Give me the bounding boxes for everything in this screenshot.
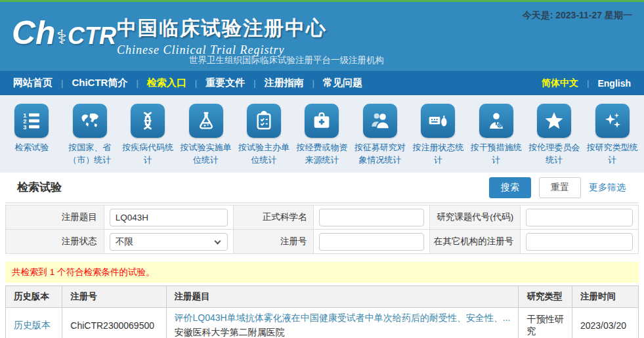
quicklink-label: 按干预措施统计 [467,142,525,167]
quicklink-by-recruitment-status[interactable]: 按征募研究对象情况统计 [351,95,409,173]
col-reg-date: 注册时间 [572,286,638,308]
reg-title-input[interactable] [110,209,228,226]
nav-divider [312,78,314,88]
sponsor-name: 安徽医科大学第二附属医院 [175,327,511,338]
quicklink-label: 按研究类型统计 [584,142,641,167]
site-header: Ch⚕CTR 中国临床试验注册中心 Chinese Clinical Trial… [0,2,644,71]
dna-icon [131,104,165,138]
nav-divider [61,78,63,88]
search-form: 注册题目 正式科学名 研究课题代号(代码) 注册状态 不限 注册号 在其它机构的… [5,205,639,254]
reg-title-label: 注册题目 [6,205,104,230]
quicklink-label: 按国家、省（市）统计 [60,142,118,167]
quicklink-label: 按经费或物资来源统计 [293,142,351,167]
current-date: 今天是: 2023-11-27 星期一 [523,10,632,22]
nav-divider [587,78,589,88]
svg-text:3: 3 [24,124,27,131]
study-code-label: 研究课题代号(代码) [430,205,521,230]
history-version-link[interactable]: 历史版本 [14,320,51,330]
quicklink-label: 按试验实施单位统计 [177,142,234,167]
doctor-icon [479,104,513,138]
world-map-icon [73,104,107,138]
quicklink-by-registration-status[interactable]: 按注册状态统计 [409,95,467,173]
numbered-list-icon: 123 [14,104,49,138]
quicklink-by-study-type[interactable]: 按研究类型统计 [584,95,641,173]
results-header-row: 历史版本 注册号 注册题目 研究类型 注册时间 [6,286,639,308]
nav-divider [195,78,197,88]
registration-number: ChiCTR2300069500 [62,308,166,338]
medical-bag-icon [305,104,339,138]
quicklink-label: 按注册状态统计 [409,142,467,167]
quicklink-label: 按试验主办单位统计 [235,142,293,167]
quicklink-by-intervention[interactable]: 按干预措施统计 [467,95,525,173]
search-button[interactable]: 搜索 [489,177,531,198]
quicklink-search-trials[interactable]: 123 检索试验 [3,95,60,173]
results-table: 历史版本 注册号 注册题目 研究类型 注册时间 历史版本 ChiCTR23000… [5,285,639,338]
reg-number-input[interactable] [319,233,424,251]
more-filters-link[interactable]: 更多筛选 [589,182,626,194]
nav-item-search-entry[interactable]: 检索入口 [147,77,186,89]
nav-item-home[interactable]: 网站首页 [13,77,53,89]
col-history: 历史版本 [6,286,62,308]
sparkles-icon [595,104,630,138]
other-reg-number-label: 在其它机构的注册号 [430,230,521,254]
result-summary-banner: 共检索到 1 个符合检索条件的试验。 [5,262,639,283]
trial-title-link[interactable]: 评价LQ043H单域抗体雾化液在中国健康受试者中单次给药后的耐受性、安全性、..… [175,312,511,323]
lang-switch-en[interactable]: English [597,78,631,89]
col-reg-title: 注册题目 [166,286,519,308]
nav-item-guide[interactable]: 注册指南 [265,77,304,89]
quicklink-by-implementing-institution[interactable]: 按试验实施单位统计 [177,95,234,173]
nav-divider [136,78,138,88]
statistics-quicklinks: 123 检索试验 按国家、省（市）统计 按疾病代码统计 按试验实施单位统计 按试… [0,95,644,173]
reg-status-label: 注册状态 [6,230,104,254]
col-reg-number: 注册号 [62,286,166,308]
quicklink-by-disease-code[interactable]: 按疾病代码统计 [119,95,177,173]
quicklink-label: 按疾病代码统计 [119,142,177,167]
scientific-name-input[interactable] [319,209,424,226]
col-study-type: 研究类型 [519,286,572,308]
main-nav: 网站首页 ChiCTR简介 检索入口 重要文件 注册指南 常见问题 简体中文 E… [0,71,644,95]
clipboard-check-icon [247,104,281,138]
lang-switch-zh[interactable]: 简体中文 [542,77,578,89]
quicklink-by-country-province[interactable]: 按国家、省（市）统计 [60,95,118,173]
scientific-name-label: 正式科学名 [233,205,314,230]
flask-icon [189,104,223,138]
nav-item-about[interactable]: ChiCTR简介 [72,77,127,89]
logo-text-prefix: Ch [12,16,56,49]
quicklink-by-funding-source[interactable]: 按经费或物资来源统计 [293,95,351,173]
site-brand: 中国临床试验注册中心 Chinese Clinical Trial Regist… [117,15,327,57]
who-registry-line: 世界卫生组织国际临床试验注册平台一级注册机构 [189,54,384,66]
nav-item-documents[interactable]: 重要文件 [205,77,245,89]
reg-status-select[interactable]: 不限 [110,233,228,251]
nav-item-faq[interactable]: 常见问题 [323,77,362,89]
section-title: 检索试验 [17,180,62,195]
star-icon [537,104,571,138]
study-type-value: 干预性研究 [519,308,572,338]
quicklink-by-sponsor-institution[interactable]: 按试验主办单位统计 [235,95,293,173]
site-title-zh: 中国临床试验注册中心 [117,15,327,42]
chictr-logo[interactable]: Ch⚕CTR [12,16,116,50]
quicklink-by-ethics-committee[interactable]: 按伦理委员会统计 [525,95,583,173]
table-row: 历史版本 ChiCTR2300069500 评价LQ043H单域抗体雾化液在中国… [6,308,639,338]
search-section-header: 检索试验 搜索 重置 更多筛选 [5,173,639,203]
quicklink-label: 按征募研究对象情况统计 [351,142,409,167]
study-code-input[interactable] [526,209,633,226]
logo-text-suffix: CTR [68,22,116,50]
people-group-icon [363,104,397,138]
caduceus-icon: ⚕ [56,26,67,49]
registration-date: 2023/03/20 [572,308,638,338]
nav-divider [253,78,255,88]
quicklink-label: 按伦理委员会统计 [525,142,583,167]
quicklink-label: 检索试验 [12,142,51,154]
reset-button[interactable]: 重置 [539,177,581,198]
other-reg-number-input[interactable] [526,233,633,251]
keyboard-mouse-icon [421,104,455,138]
reg-number-label: 注册号 [233,230,314,254]
